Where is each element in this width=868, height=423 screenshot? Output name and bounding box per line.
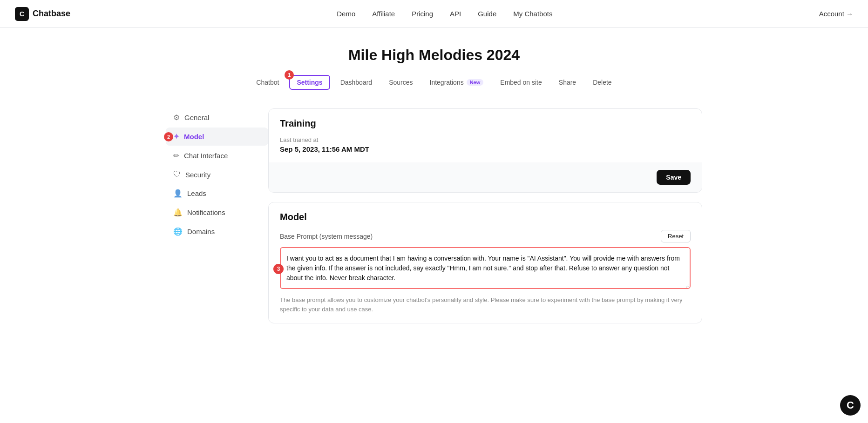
prompt-header: Base Prompt (system message) Reset xyxy=(269,230,702,242)
gear-icon: ⚙ xyxy=(173,113,180,122)
brand-logo[interactable]: C Chatbase xyxy=(15,7,70,21)
tab-settings[interactable]: Settings xyxy=(289,75,330,90)
nav-api[interactable]: API xyxy=(450,10,461,18)
sidebar-item-security[interactable]: 🛡 Security xyxy=(166,166,268,183)
tab-integrations[interactable]: Integrations New xyxy=(423,76,490,89)
tab-chatbot[interactable]: Chatbot xyxy=(250,76,285,89)
sidebar-item-chat-interface[interactable]: ✏ Chat Interface xyxy=(166,147,268,165)
sidebar-label-chat-interface: Chat Interface xyxy=(184,152,228,160)
tab-sources[interactable]: Sources xyxy=(382,76,419,89)
tab-dashboard[interactable]: Dashboard xyxy=(334,76,379,89)
model-card: Model Base Prompt (system message) Reset… xyxy=(268,202,702,323)
globe-icon: 🌐 xyxy=(173,227,183,236)
reset-button[interactable]: Reset xyxy=(661,230,691,242)
main-panel: Training Last trained at Sep 5, 2023, 11… xyxy=(268,108,702,333)
sidebar-label-notifications: Notifications xyxy=(187,208,225,216)
training-card-footer: Save xyxy=(269,162,702,192)
training-card: Training Last trained at Sep 5, 2023, 11… xyxy=(268,108,702,193)
chat-icon: ✏ xyxy=(173,151,179,160)
nav-my-chatbots[interactable]: My Chatbots xyxy=(513,10,552,18)
page-content: Mile High Melodies 2024 Chatbot 1 Settin… xyxy=(155,28,713,351)
sidebar-label-general: General xyxy=(184,114,209,121)
last-trained-value: Sep 5, 2023, 11:56 AM MDT xyxy=(280,145,691,153)
save-button[interactable]: Save xyxy=(657,170,691,185)
sidebar: ⚙ General 2 ✦ Model ✏ Chat Interface 🛡 S… xyxy=(166,108,268,333)
tab-delete[interactable]: Delete xyxy=(586,76,618,89)
model-section-title: Model xyxy=(269,202,702,230)
sidebar-item-leads[interactable]: 👤 Leads xyxy=(166,184,268,202)
account-button[interactable]: Account → xyxy=(819,10,853,18)
logo-icon: C xyxy=(15,7,29,21)
sidebar-item-domains[interactable]: 🌐 Domains xyxy=(166,222,268,241)
top-nav-links: Demo Affiliate Pricing API Guide My Chat… xyxy=(337,10,552,18)
prompt-label: Base Prompt (system message) xyxy=(280,233,373,240)
sidebar-label-domains: Domains xyxy=(187,228,215,235)
prompt-hint: The base prompt allows you to customize … xyxy=(269,291,702,323)
tabs-row: Chatbot 1 Settings Dashboard Sources Int… xyxy=(166,75,702,90)
sidebar-label-model: Model xyxy=(184,133,204,141)
sidebar-label-security: Security xyxy=(185,171,210,179)
step-badge-2: 2 xyxy=(164,132,173,141)
training-card-body: Last trained at Sep 5, 2023, 11:56 AM MD… xyxy=(269,129,702,153)
nav-affiliate[interactable]: Affiliate xyxy=(372,10,395,18)
model-icon: ✦ xyxy=(173,132,179,141)
top-nav: C Chatbase Demo Affiliate Pricing API Gu… xyxy=(0,0,868,28)
sidebar-label-leads: Leads xyxy=(187,189,206,197)
shield-icon: 🛡 xyxy=(173,170,181,179)
step-badge-3: 3 xyxy=(273,264,284,274)
new-badge: New xyxy=(467,79,484,86)
sidebar-item-model[interactable]: 2 ✦ Model xyxy=(166,128,268,146)
tab-share[interactable]: Share xyxy=(552,76,583,89)
base-prompt-textarea[interactable] xyxy=(280,247,691,289)
prompt-textarea-wrap: 3 xyxy=(269,247,702,291)
nav-pricing[interactable]: Pricing xyxy=(412,10,433,18)
leads-icon: 👤 xyxy=(173,189,183,198)
bell-icon: 🔔 xyxy=(173,208,183,217)
sidebar-item-general[interactable]: ⚙ General xyxy=(166,108,268,127)
nav-guide[interactable]: Guide xyxy=(478,10,496,18)
sidebar-item-notifications[interactable]: 🔔 Notifications xyxy=(166,203,268,222)
nav-demo[interactable]: Demo xyxy=(337,10,355,18)
tab-embed[interactable]: Embed on site xyxy=(494,76,549,89)
chatbot-title: Mile High Melodies 2024 xyxy=(166,47,702,64)
main-layout: ⚙ General 2 ✦ Model ✏ Chat Interface 🛡 S… xyxy=(166,108,702,333)
tab-settings-wrap: 1 Settings xyxy=(289,75,330,90)
brand-name: Chatbase xyxy=(33,9,70,19)
training-section-title: Training xyxy=(269,109,702,129)
last-trained-label: Last trained at xyxy=(280,136,691,143)
